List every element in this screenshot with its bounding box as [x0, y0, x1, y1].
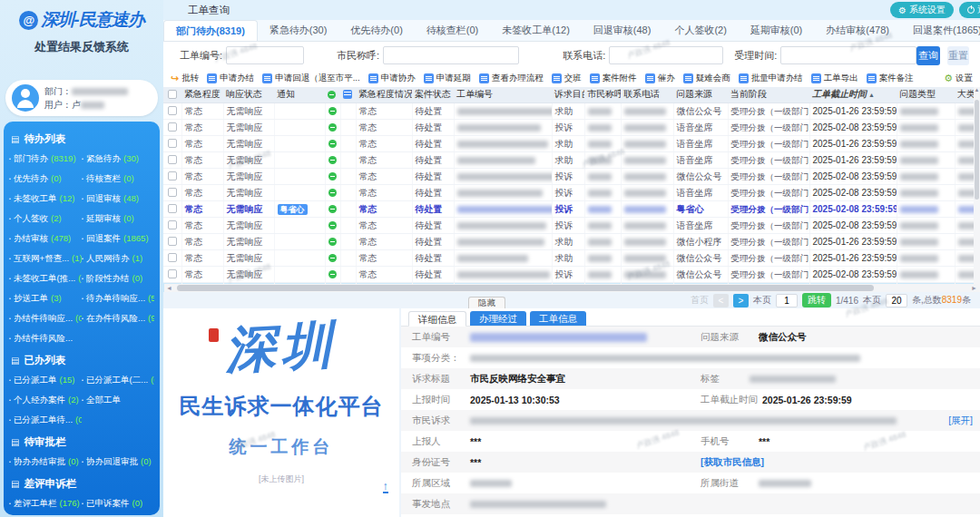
reset-button[interactable]: 重置 — [947, 46, 969, 65]
table-row[interactable]: 常态无需响应常态待处置求助微信公众号受理分拨（一级部门）2025-01-26 2… — [163, 249, 980, 266]
row-checkbox[interactable] — [168, 139, 177, 148]
horizontal-scroll-thumb[interactable] — [177, 285, 874, 291]
search-input-4[interactable] — [780, 46, 916, 64]
toolbar-批量申请办结[interactable]: 批量申请办结 — [739, 73, 803, 84]
toolbar-案件附件[interactable]: 案件附件 — [590, 73, 637, 84]
table-row[interactable]: 常态无需响应常态待处置投诉语音坐席受理分拨（一级部门）2025-02-08 23… — [163, 217, 980, 233]
table-row[interactable]: 常态无需响应常态待处置投诉语音坐席受理分拨（一级部门）2025-02-08 23… — [163, 184, 980, 200]
column-settings-button[interactable]: ⚙设置 — [944, 73, 973, 84]
row-checkbox[interactable] — [168, 253, 177, 262]
sidebar-item-协办回退审批[interactable]: •协办回退审批(0) — [82, 452, 154, 472]
hide-panel-button[interactable]: 隐藏 — [468, 297, 505, 308]
table-row[interactable]: 常态无需响应常态待处置求助语音坐席受理分拨（一级部门）2025-01-26 23… — [163, 135, 980, 151]
system-settings-button[interactable]: ⚙系统设置 — [890, 2, 954, 18]
vertical-scroll-thumb[interactable] — [975, 100, 979, 200]
sidebar-item-个人经办案件[interactable]: •个人经办案件(2) — [9, 390, 82, 410]
search-input-3[interactable] — [609, 46, 723, 64]
logout-button[interactable]: 退出 — [959, 2, 980, 18]
sidebar-item-协办办结审批[interactable]: •协办办结审批(0) — [9, 452, 82, 472]
tab-个人签收(2)[interactable]: 个人签收(2) — [662, 20, 738, 41]
row-checkbox[interactable] — [168, 204, 177, 213]
sidebar-item-办结件待风险...[interactable]: •办结件待风险... — [9, 328, 82, 348]
sidebar-item-已分派工单待...[interactable]: •已分派工单待...(0) — [9, 410, 82, 430]
vertical-scrollbar[interactable]: ▲▼ — [974, 87, 980, 292]
next-page-button[interactable]: > — [733, 294, 749, 307]
detail-tab-详细信息[interactable]: 详细信息 — [408, 311, 466, 327]
sidebar-item-阶段性办结[interactable]: •阶段性办结(0) — [82, 268, 154, 288]
table-row[interactable]: 常态无需响应常态待处置求助微信小程序受理分拨（一级部门）2025-01-26 2… — [163, 233, 980, 249]
toolbar-催办[interactable]: 催办 — [645, 73, 675, 84]
sidebar-item-待核查栏[interactable]: •待核查栏(0) — [82, 169, 154, 189]
row-checkbox[interactable] — [168, 122, 177, 132]
detail-tab-工单信息[interactable]: 工单信息 — [530, 311, 586, 326]
row-checkbox[interactable] — [168, 269, 177, 278]
tab-优先待办(0)[interactable]: 优先待办(0) — [338, 20, 414, 41]
horizontal-scrollbar[interactable]: ◄ ► — [164, 284, 979, 292]
table-row[interactable]: 常态无需响应常态待处置投诉微信公众号受理分拨（一级部门）2025-02-08 2… — [163, 266, 980, 282]
search-input-2[interactable] — [383, 46, 519, 64]
table-row[interactable]: 常态无需响应常态待处置求助微信公众号受理分拨（一级部门）2025-01-26 2… — [163, 102, 980, 119]
table-row[interactable]: 常态无需响应常态待处置投诉微信公众号受理分拨（一级部门）2025-02-08 2… — [163, 168, 980, 184]
tab-未签收工单(12)[interactable]: 未签收工单(12) — [490, 20, 582, 41]
row-checkbox[interactable] — [168, 188, 177, 197]
sidebar-item-优先待办[interactable]: •优先待办(0) — [9, 169, 82, 189]
sidebar-item-办结件待响应...[interactable]: •办结件待响应...(0) — [9, 308, 82, 328]
sidebar-item-差评工单栏[interactable]: •差评工单栏(176) — [9, 493, 82, 513]
sidebar-item-全部工单[interactable]: •全部工单 — [82, 390, 154, 410]
row-checkbox[interactable] — [168, 155, 177, 164]
sidebar-item-部门待办[interactable]: •部门待办(8319) — [9, 149, 82, 169]
tab-待核查栏(0)[interactable]: 待核查栏(0) — [415, 20, 490, 41]
sidebar-item-待办单待响应...[interactable]: •待办单待响应...(5) — [82, 288, 154, 308]
table-row[interactable]: 常态无需响应常态待处置投诉语音坐席受理分拨（一级部门）2025-02-08 23… — [163, 119, 980, 135]
toolbar-申请办结[interactable]: 申请办结 — [207, 73, 254, 84]
tab-回退审核(48)[interactable]: 回退审核(48) — [582, 20, 663, 41]
sidebar-item-未签收工单(推...[interactable]: •未签收工单(推...(11) — [9, 268, 82, 288]
sidebar-item-人民网待办[interactable]: •人民网待办(1) — [82, 249, 154, 268]
sidebar-item-回退案件[interactable]: •回退案件(1865) — [82, 229, 154, 249]
toolbar-申请协办[interactable]: 申请协办 — [368, 73, 416, 84]
sidebar-item-抄送工单[interactable]: •抄送工单(3) — [9, 288, 82, 308]
sidebar-item-办结审核[interactable]: •办结审核(478) — [9, 229, 82, 249]
jump-button[interactable]: 跳转 — [802, 293, 831, 307]
toolbar-查看办理流程[interactable]: 查看办理流程 — [479, 73, 544, 84]
toolbar-申请回退（退至市平...[interactable]: 申请回退（退至市平... — [262, 73, 359, 84]
row-checkbox[interactable] — [168, 237, 177, 246]
first-page-button[interactable]: 首页 — [691, 294, 709, 307]
toolbar-疑难会商[interactable]: 疑难会商 — [683, 73, 730, 84]
toolbar-批转[interactable]: ↪批转 — [171, 73, 199, 84]
expand-link[interactable]: [展开] — [948, 415, 973, 427]
tab-回退案件(1865)[interactable]: 回退案件(1865) — [901, 20, 980, 41]
sidebar-item-未签收工单[interactable]: •未签收工单(12) — [9, 189, 82, 209]
toolbar-案件备注[interactable]: 案件备注 — [867, 73, 914, 84]
row-checkbox[interactable] — [168, 220, 177, 229]
table-row[interactable]: 常态无需响应常态待处置求助语音坐席受理分拨（一级部门）2025-01-26 23… — [163, 151, 980, 168]
toolbar-申请延期[interactable]: 申请延期 — [424, 73, 471, 84]
scroll-left-icon[interactable]: ◄ — [166, 284, 172, 292]
tab-部门待办(8319)[interactable]: 部门待办(8319) — [163, 20, 258, 41]
page-number-input[interactable] — [776, 294, 798, 307]
upload-icon[interactable]: ↑ — [383, 481, 389, 493]
table-row[interactable]: 常态无需响应粤省心常态待处置投诉粤省心受理分拨（一级部门）2025-02-08 … — [163, 200, 980, 217]
query-button[interactable]: 查询 — [916, 46, 940, 65]
sidebar-item-紧急待办[interactable]: •紧急待办(30) — [82, 149, 154, 169]
tab-办结审核(478)[interactable]: 办结审核(478) — [814, 20, 901, 41]
tab-延期审核(0)[interactable]: 延期审核(0) — [739, 20, 814, 41]
toolbar-工单导出[interactable]: 工单导出 — [811, 73, 858, 84]
prev-page-button[interactable]: < — [713, 294, 729, 307]
scroll-right-icon[interactable]: ► — [971, 284, 977, 292]
search-input-1[interactable] — [226, 46, 304, 64]
column-header-工单截止时间[interactable]: 工单截止时间▲ — [809, 87, 897, 102]
row-checkbox[interactable] — [168, 106, 177, 115]
tab-紧急待办(30)[interactable]: 紧急待办(30) — [258, 20, 339, 41]
sidebar-item-已申诉案件[interactable]: •已申诉案件(0) — [82, 493, 154, 513]
detail-tab-办理经过[interactable]: 办理经过 — [470, 311, 526, 326]
sidebar-item-互联网+督查...[interactable]: •互联网+督查...(1) — [9, 249, 82, 268]
sidebar-item-在办件待风险...[interactable]: •在办件待风险...(93) — [82, 308, 154, 328]
scroll-up-icon[interactable]: ▲ — [975, 87, 980, 93]
sidebar-item-个人签收[interactable]: •个人签收(2) — [9, 209, 82, 229]
sidebar-item-回退审核[interactable]: •回退审核(48) — [82, 189, 154, 209]
toolbar-交班[interactable]: 交班 — [552, 73, 582, 84]
sidebar-item-已分派工单[interactable]: •已分派工单(15) — [9, 370, 82, 390]
row-checkbox[interactable] — [168, 171, 177, 180]
fetch-citizen-info-link[interactable]: [获取市民信息] — [701, 456, 764, 469]
